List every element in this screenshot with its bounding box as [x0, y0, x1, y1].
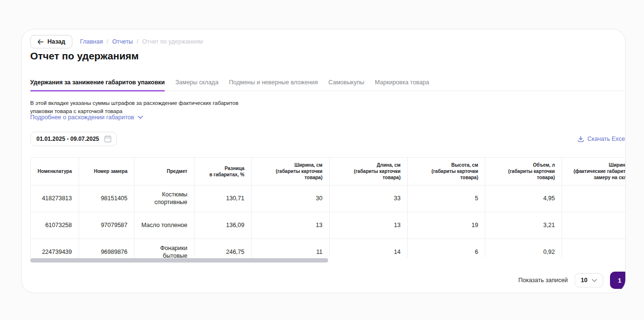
- cell-volume: 0,92: [485, 239, 562, 258]
- column-header-width: Ширина, см(габариты карточки товара): [252, 158, 330, 185]
- cell-width: 13: [252, 212, 330, 239]
- tab-substitutions[interactable]: Подмены и неверные вложения: [229, 77, 318, 91]
- date-range-value: 01.01.2025 - 09.07.2025: [36, 136, 99, 142]
- tab-bar: Удержания за занижение габаритов упаковк…: [30, 77, 626, 91]
- controls-row: 01.01.2025 - 09.07.2025 Скачать Excel: [30, 132, 626, 146]
- tab-product-labeling[interactable]: Маркировка товара: [375, 77, 429, 91]
- cell-subject: Фонарикибытовые: [135, 239, 195, 258]
- cell-width: 30: [252, 185, 330, 212]
- cell-nomenclature: 224739439: [31, 239, 79, 258]
- breadcrumb-separator: /: [107, 38, 108, 45]
- breadcrumb-reports[interactable]: Отчеты: [112, 38, 133, 45]
- back-button[interactable]: Назад: [30, 35, 72, 48]
- table-header-row: Номенклатура Номер замера Предмет Разниц…: [31, 158, 626, 185]
- chevron-down-icon: [138, 115, 143, 119]
- calendar-icon: [104, 135, 112, 143]
- table-row: 224739439 96989876 Фонарикибытовые 246,7…: [31, 239, 626, 258]
- column-header-height: Высота, см(габариты карточки товара): [408, 158, 485, 185]
- download-excel-button[interactable]: Скачать Excel: [577, 136, 626, 142]
- cell-fact-width: [562, 185, 626, 212]
- cell-length: 13: [330, 212, 408, 239]
- tab-description: В этой вкладке указаны суммы штрафов за …: [30, 99, 239, 115]
- page-size-value: 10: [581, 277, 587, 284]
- report-card: Назад Главная / Отчеты / Отчет по удержа…: [21, 29, 626, 293]
- cell-diff-percent: 136,09: [195, 212, 252, 239]
- tab-dimension-understatement[interactable]: Удержания за занижение габаритов упаковк…: [30, 77, 165, 91]
- cell-fact-width: [562, 239, 626, 258]
- cell-measure-number: 98151405: [79, 185, 135, 212]
- breadcrumb: Главная / Отчеты / Отчет по удержаниям: [80, 38, 203, 45]
- column-header-length: Длина, см(габариты карточки товара): [330, 158, 408, 185]
- chevron-down-icon: [592, 279, 597, 282]
- column-header-measure-number: Номер замера: [79, 158, 135, 185]
- tab-warehouse-measurements[interactable]: Замеры склада: [175, 77, 218, 91]
- horizontal-scrollbar: [30, 258, 626, 263]
- cell-subject: Костюмыспортивные: [135, 185, 195, 212]
- table-row: 61073258 97079587 Масло топленое 136,09 …: [31, 212, 626, 239]
- cell-volume: 4,95: [485, 185, 562, 212]
- download-excel-label: Скачать Excel: [587, 136, 626, 142]
- tab-self-buyouts[interactable]: Самовыкупы: [328, 77, 364, 91]
- cell-measure-number: 97079587: [79, 212, 135, 239]
- cell-measure-number: 96989876: [79, 239, 135, 258]
- cell-height: 5: [408, 185, 485, 212]
- cell-nomenclature: 418273813: [31, 185, 79, 212]
- cell-fact-width: [562, 212, 626, 239]
- cell-height: 19: [408, 212, 485, 239]
- page-size-select[interactable]: 10: [575, 273, 603, 287]
- download-icon: [577, 136, 584, 142]
- page-title: Отчет по удержаниям: [30, 50, 139, 62]
- date-range-picker[interactable]: 01.01.2025 - 09.07.2025: [30, 132, 117, 146]
- breadcrumb-separator: /: [137, 38, 138, 45]
- horizontal-scrollbar-thumb[interactable]: [30, 258, 328, 263]
- column-header-volume: Объем, л(габариты карточки товара): [485, 158, 562, 185]
- details-link-label: Подробнее о расхождении габаритов: [30, 114, 134, 121]
- cell-subject: Масло топленое: [135, 212, 195, 239]
- table-footer: Показать записей 10 1: [30, 272, 626, 289]
- details-link[interactable]: Подробнее о расхождении габаритов: [30, 114, 143, 121]
- breadcrumb-home[interactable]: Главная: [80, 38, 103, 45]
- column-header-nomenclature: Номенклатура: [31, 158, 79, 185]
- cell-width: 11: [252, 239, 330, 258]
- page-size-label: Показать записей: [518, 277, 568, 284]
- column-header-diff-percent: Разницав габаритах, %: [195, 158, 252, 185]
- cell-height: 6: [408, 239, 485, 258]
- cell-volume: 3,21: [485, 212, 562, 239]
- back-button-label: Назад: [47, 38, 65, 45]
- cell-nomenclature: 61073258: [31, 212, 79, 239]
- column-header-subject: Предмет: [135, 158, 195, 185]
- arrow-left-icon: [37, 39, 44, 45]
- cell-diff-percent: 246,75: [195, 239, 252, 258]
- cell-diff-percent: 130,71: [195, 185, 252, 212]
- breadcrumb-current: Отчет по удержаниям: [142, 38, 203, 45]
- table-row: 418273813 98151405 Костюмыспортивные 130…: [31, 185, 626, 212]
- pagination-page-1-button[interactable]: 1: [610, 272, 626, 289]
- topbar: Назад Главная / Отчеты / Отчет по удержа…: [30, 35, 203, 48]
- cell-length: 14: [330, 239, 408, 258]
- column-header-fact-width: Ширина, см(фактические габариты позамеру…: [562, 158, 626, 185]
- cell-length: 33: [330, 185, 408, 212]
- deductions-table: Номенклатура Номер замера Предмет Разниц…: [30, 157, 626, 258]
